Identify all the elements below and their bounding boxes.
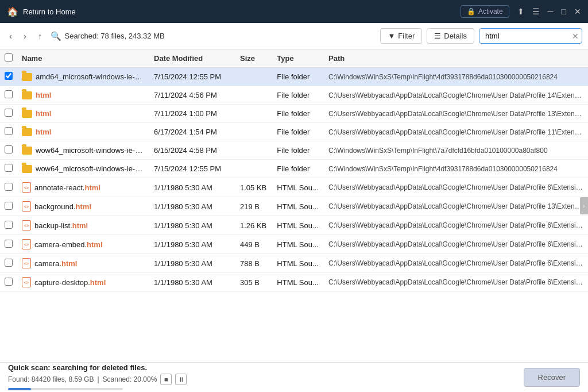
row-name: <>annotate-react.html xyxy=(17,178,149,197)
folder-icon xyxy=(22,91,32,99)
recover-button[interactable]: Recover xyxy=(524,368,580,387)
back-button[interactable]: ‹ xyxy=(6,29,16,43)
row-path: C:\Users\Webbyacad\AppData\Local\Google\… xyxy=(324,105,588,123)
scan-status-title: Quick scan: searching for deleted files. xyxy=(8,363,187,372)
row-date: 1/1/1980 5:30 AM xyxy=(149,254,235,273)
row-path: C:\Users\Webbyacad\AppData\Local\Google\… xyxy=(324,235,588,254)
header-path[interactable]: Path xyxy=(324,49,588,68)
pause-button[interactable]: ⏸ xyxy=(175,374,187,385)
details-button[interactable]: ☰ Details xyxy=(427,28,474,44)
row-checkbox[interactable] xyxy=(5,72,13,80)
row-checkbox-cell xyxy=(0,273,17,292)
row-checkbox[interactable] xyxy=(5,183,13,191)
row-name-ext: html xyxy=(61,259,77,268)
row-checkbox[interactable] xyxy=(5,240,13,248)
row-date: 6/15/2024 4:58 PM xyxy=(149,141,235,160)
table-row: wow64_microsoft-windows-ie-ht...6/15/202… xyxy=(0,141,588,160)
row-path: C:\Users\Webbyacad\AppData\Local\Google\… xyxy=(324,86,588,105)
row-name: wow64_microsoft-windows-ie-ht... xyxy=(17,160,149,178)
row-name-ext: html xyxy=(84,183,100,192)
row-type: File folder xyxy=(272,141,324,160)
row-name-text: backup-list.html xyxy=(34,221,88,230)
file-table: Name Date Modified Size Type Path amd64_… xyxy=(0,49,588,292)
row-size: 305 B xyxy=(235,273,272,292)
row-name: html xyxy=(17,86,149,105)
header-date[interactable]: Date Modified xyxy=(149,49,235,68)
row-name-text: html xyxy=(36,128,51,136)
row-checkbox-cell xyxy=(0,235,17,254)
maximize-icon[interactable]: □ xyxy=(562,7,566,16)
row-path: C:\Windows\WinSxS\Temp\InFlight\7a7dfcfd… xyxy=(324,141,588,160)
table-header-row: Name Date Modified Size Type Path xyxy=(0,49,588,68)
titlebar-right: 🔒 Activate ⬆ ☰ ─ □ ✕ xyxy=(461,5,581,18)
search-clear-button[interactable]: ✕ xyxy=(572,32,579,41)
row-name: <>camera-embed.html xyxy=(17,235,149,254)
table-row: <>camera-embed.html1/1/1980 5:30 AM449 B… xyxy=(0,235,588,254)
activate-button[interactable]: 🔒 Activate xyxy=(461,5,509,18)
header-size[interactable]: Size xyxy=(235,49,272,68)
row-checkbox[interactable] xyxy=(5,164,13,172)
row-checkbox[interactable] xyxy=(5,221,13,229)
row-name-text: camera-embed.html xyxy=(34,240,103,249)
row-name-ext: html xyxy=(72,221,88,230)
row-type: File folder xyxy=(272,68,324,86)
stop-button[interactable]: ■ xyxy=(160,374,172,385)
html-file-icon: <> xyxy=(22,220,31,230)
titlebar-left: 🏠 Return to Home xyxy=(7,6,76,17)
row-checkbox[interactable] xyxy=(5,127,13,135)
row-type: HTML Sou... xyxy=(272,178,324,197)
row-name: <>background.html xyxy=(17,197,149,216)
row-name: <>capture-desktop.html xyxy=(17,273,149,292)
table-row: html7/11/2024 4:56 PMFile folderC:\Users… xyxy=(0,86,588,105)
row-type: HTML Sou... xyxy=(272,197,324,216)
found-text: Found: 84420 files, 8.59 GB xyxy=(8,375,94,383)
sidebar-toggle[interactable]: › xyxy=(580,197,588,214)
row-name-ext: html xyxy=(90,278,106,287)
row-checkbox-cell xyxy=(0,105,17,123)
upload-icon[interactable]: ⬆ xyxy=(517,7,524,16)
row-checkbox[interactable] xyxy=(5,145,13,153)
statusbar-info: Quick scan: searching for deleted files.… xyxy=(8,363,187,391)
file-table-container: Name Date Modified Size Type Path amd64_… xyxy=(0,49,588,362)
row-size: 1.05 KB xyxy=(235,178,272,197)
row-checkbox[interactable] xyxy=(5,278,13,286)
row-checkbox[interactable] xyxy=(5,259,13,267)
minimize-icon[interactable]: ─ xyxy=(548,7,554,16)
menu-icon[interactable]: ☰ xyxy=(532,7,540,16)
header-type[interactable]: Type xyxy=(272,49,324,68)
folder-icon xyxy=(22,73,32,81)
table-row: amd64_microsoft-windows-ie-ht...7/15/202… xyxy=(0,68,588,86)
forward-button[interactable]: › xyxy=(20,29,30,43)
row-checkbox[interactable] xyxy=(5,90,13,98)
up-button[interactable]: ↑ xyxy=(34,29,46,43)
row-name-text: html xyxy=(36,109,51,118)
row-checkbox-cell xyxy=(0,178,17,197)
row-checkbox[interactable] xyxy=(5,109,13,117)
html-file-icon: <> xyxy=(22,277,31,287)
row-size: 219 B xyxy=(235,197,272,216)
row-date: 1/1/1980 5:30 AM xyxy=(149,197,235,216)
row-checkbox-cell xyxy=(0,160,17,178)
table-row: <>annotate-react.html1/1/1980 5:30 AM1.0… xyxy=(0,178,588,197)
search-input[interactable] xyxy=(479,28,582,44)
filter-button[interactable]: ▼ Filter xyxy=(380,28,422,44)
progress-bar-container xyxy=(8,388,187,391)
row-type: HTML Sou... xyxy=(272,216,324,235)
row-size xyxy=(235,68,272,86)
row-name-text: amd64_microsoft-windows-ie-ht... xyxy=(36,72,145,81)
row-name: <>camera.html xyxy=(17,254,149,273)
toolbar: ‹ › ↑ 🔍 Searched: 78 files, 243.32 MB ▼ … xyxy=(0,23,588,49)
row-size xyxy=(235,160,272,178)
select-all-checkbox[interactable] xyxy=(5,53,13,62)
search-input-wrapper: ✕ xyxy=(479,28,582,44)
row-size: 1.26 KB xyxy=(235,216,272,235)
table-row: <>background.html1/1/1980 5:30 AM219 BHT… xyxy=(0,197,588,216)
row-size: 788 B xyxy=(235,254,272,273)
row-checkbox[interactable] xyxy=(5,202,13,210)
header-name[interactable]: Name xyxy=(17,49,149,68)
row-name-ext: html xyxy=(36,91,51,99)
row-name-text: wow64_microsoft-windows-ie-ht... xyxy=(36,164,145,173)
row-type: File folder xyxy=(272,123,324,141)
row-name-text: camera.html xyxy=(34,259,77,268)
close-icon[interactable]: ✕ xyxy=(574,7,581,16)
